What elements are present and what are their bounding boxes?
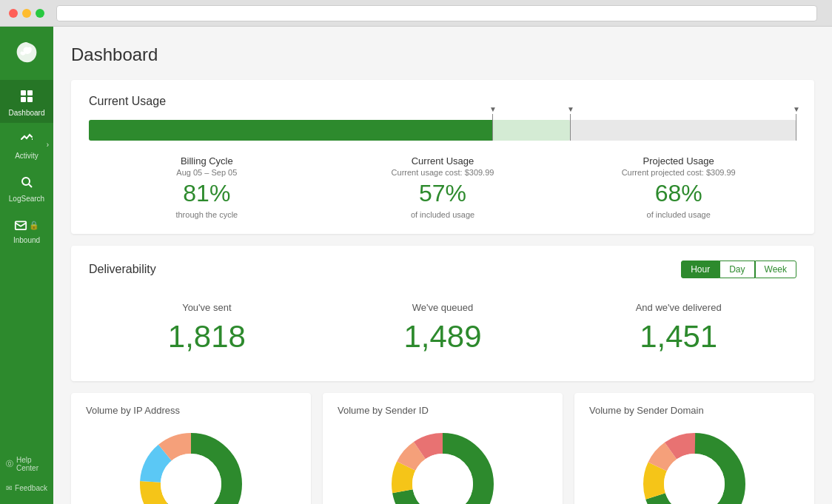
usage-metrics: Billing Cycle Aug 05 – Sep 05 81% throug… [89,155,796,219]
current-usage-sublabel: Current usage cost: $309.99 [325,168,561,177]
volume-sender-domain-title: Volume by Sender Domain [589,405,799,416]
deliv-metric-delivered: And we've delivered 1,451 [560,302,796,355]
inbound-wrapper: 🔒 [14,218,39,233]
inbound-icon [14,218,27,233]
donut-ip [86,425,296,504]
browser-address-bar[interactable] [56,5,817,21]
time-btn-week[interactable]: Week [755,261,796,278]
sidebar-label-activity: Activity [15,152,38,160]
current-usage-value: 57% [325,180,561,207]
svg-point-4 [22,178,30,185]
sidebar-bottom-feedback[interactable]: ✉ Feedback [0,481,53,495]
deliverability-card: Deliverability Hour Day Week You've sent… [71,246,814,381]
donut-sender-domain [589,425,799,504]
donut-sender-id-svg [387,429,498,504]
browser-chrome [0,0,832,27]
sidebar-item-dashboard[interactable]: Dashboard [0,80,53,123]
time-btn-hour[interactable]: Hour [681,261,719,278]
deliverability-metrics: You've sent 1,818 We've queued 1,489 And… [89,290,796,366]
app-logo-icon [12,38,41,68]
marker-68: ▼ [570,114,571,141]
current-usage-label: Current Usage [325,155,561,167]
volume-sender-id-title: Volume by Sender ID [338,405,548,416]
billing-cycle-value: 81% [89,180,325,207]
donut-sender-domain-svg [639,429,750,504]
deliverability-header: Deliverability Hour Day Week [89,261,796,278]
deliv-value-sent: 1,818 [89,319,325,355]
main-content: Dashboard Current Usage ▼ ▼ [53,27,832,504]
dashboard-icon [19,89,34,106]
deliv-value-queued: 1,489 [325,319,561,355]
sidebar-bottom: ⓪ Help Center ✉ Feedback [0,453,53,504]
billing-cycle-sublabel: Aug 05 – Sep 05 [89,168,325,177]
help-label: Help Center [16,456,47,472]
marker-100: ▼ [796,114,796,141]
help-icon: ⓪ [6,459,13,469]
sidebar-item-inbound[interactable]: 🔒 Inbound [0,209,53,250]
logsearch-icon [19,175,34,192]
sidebar-item-logsearch[interactable]: LogSearch [0,166,53,209]
activity-icon [19,132,34,149]
current-usage-desc: of included usage [325,210,561,219]
usage-bar-track: ▼ ▼ ▼ [89,120,796,141]
marker-57: ▼ [492,114,493,141]
lock-icon: 🔒 [29,221,39,230]
sidebar-label-logsearch: LogSearch [9,195,44,203]
sidebar: Dashboard Activity › [0,27,53,504]
page-title: Dashboard [71,44,814,65]
deliv-label-sent: You've sent [89,302,325,313]
donut-sender-id [338,425,548,504]
time-toggle: Hour Day Week [681,261,796,278]
deliverability-title: Deliverability [89,263,156,276]
billing-cycle-desc: through the cycle [89,210,325,219]
deliv-metric-queued: We've queued 1,489 [325,302,561,355]
svg-rect-1 [27,90,33,95]
sidebar-label-inbound: Inbound [13,236,40,244]
deliv-metric-sent: You've sent 1,818 [89,302,325,355]
donut-ip-svg [135,429,246,504]
dot-green [36,9,44,18]
browser-dots [9,9,44,18]
sidebar-item-activity[interactable]: Activity › [0,123,53,166]
usage-bar-main [89,120,492,141]
deliv-value-delivered: 1,451 [560,319,796,355]
volume-sender-domain-card: Volume by Sender Domain [574,393,814,504]
volume-sender-id-card: Volume by Sender ID [323,393,563,504]
projected-usage-value: 68% [560,180,796,207]
projected-usage-label: Projected Usage [560,155,796,167]
projected-usage-desc: of included usage [560,210,796,219]
feedback-label: Feedback [15,484,47,492]
metric-projected-usage: Projected Usage Current projected cost: … [560,155,796,219]
svg-rect-2 [21,97,26,102]
billing-cycle-label: Billing Cycle [89,155,325,167]
dot-red [9,9,18,18]
sidebar-label-dashboard: Dashboard [9,109,45,117]
sidebar-logo [0,27,53,80]
feedback-icon: ✉ [6,484,12,492]
svg-rect-3 [27,97,33,102]
current-usage-card: Current Usage ▼ ▼ [71,80,814,234]
projected-usage-sublabel: Current projected cost: $309.99 [560,168,796,177]
sidebar-bottom-help[interactable]: ⓪ Help Center [0,453,53,475]
volume-ip-title: Volume by IP Address [86,405,296,416]
dot-yellow [22,9,31,18]
usage-bar-container: ▼ ▼ ▼ [89,120,796,141]
metric-current-usage: Current Usage Current usage cost: $309.9… [325,155,561,219]
deliv-label-delivered: And we've delivered [560,302,796,313]
bottom-cards: Volume by IP Address [71,393,814,504]
metric-billing-cycle: Billing Cycle Aug 05 – Sep 05 81% throug… [89,155,325,219]
time-btn-day[interactable]: Day [719,261,754,278]
app-container: Dashboard Activity › [0,27,832,504]
deliv-label-queued: We've queued [325,302,561,313]
svg-line-5 [29,184,32,187]
current-usage-title: Current Usage [89,95,796,108]
activity-chevron-icon: › [47,141,49,149]
sidebar-nav: Dashboard Activity › [0,80,53,250]
volume-ip-card: Volume by IP Address [71,393,311,504]
svg-rect-0 [21,90,26,95]
